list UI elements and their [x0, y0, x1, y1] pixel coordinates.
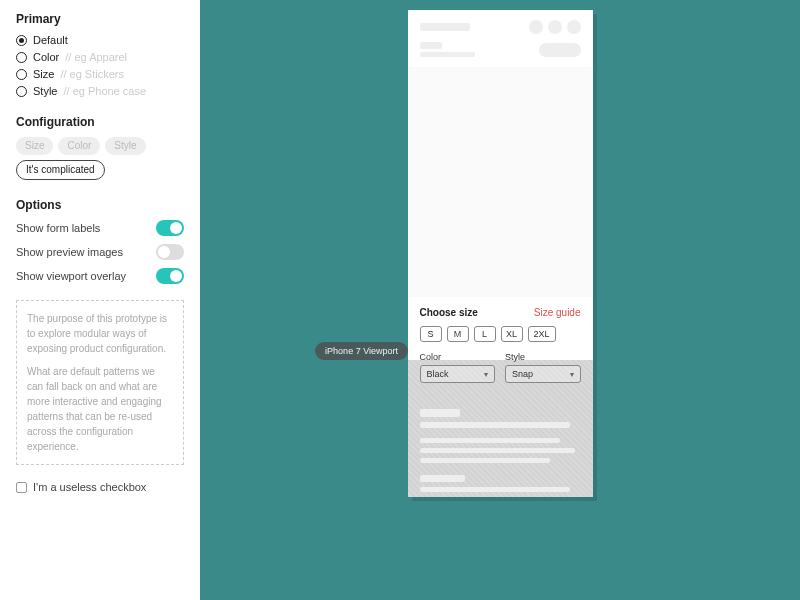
configuration-chips: Size Color Style It's complicated [16, 137, 184, 180]
viewport-tooltip: iPhone 7 Viewport [315, 342, 408, 360]
radio-style[interactable]: Style // eg Phone case [16, 85, 184, 97]
device-subheader [408, 42, 593, 67]
chip-complicated[interactable]: It's complicated [16, 160, 105, 180]
sidebar: Primary Default Color // eg Apparel Size… [0, 0, 200, 600]
radio-icon [16, 69, 27, 80]
size-s[interactable]: S [420, 326, 442, 342]
skeleton-avatar-icon [529, 20, 543, 34]
toggle-form-labels-row: Show form labels [16, 220, 184, 236]
toggle-form-labels[interactable] [156, 220, 184, 236]
radio-default[interactable]: Default [16, 34, 184, 46]
size-2xl[interactable]: 2XL [528, 326, 556, 342]
chip-size[interactable]: Size [16, 137, 53, 155]
device-image-area [408, 67, 593, 297]
style-label: Style [505, 352, 581, 362]
toggle-viewport-overlay-row: Show viewport overlay [16, 268, 184, 284]
options-group: Show form labels Show preview images Sho… [16, 220, 184, 284]
toggle-viewport-overlay[interactable] [156, 268, 184, 284]
device-footer [408, 393, 593, 492]
chevron-down-icon: ▾ [484, 370, 488, 379]
skeleton-text [420, 487, 570, 492]
radio-icon [16, 52, 27, 63]
size-buttons: S M L XL 2XL [420, 326, 581, 342]
config-panel: Choose size Size guide S M L XL 2XL Colo… [408, 297, 593, 393]
skeleton-logo [420, 23, 470, 31]
size-guide-link[interactable]: Size guide [534, 307, 581, 318]
options-title: Options [16, 198, 184, 212]
skeleton-avatar-icon [567, 20, 581, 34]
checkbox-icon [16, 482, 27, 493]
skeleton-text [420, 409, 460, 417]
radio-icon [16, 35, 27, 46]
size-l[interactable]: L [474, 326, 496, 342]
color-label: Color [420, 352, 496, 362]
primary-title: Primary [16, 12, 184, 26]
useless-checkbox-row[interactable]: I'm a useless checkbox [16, 481, 184, 493]
chip-style[interactable]: Style [105, 137, 145, 155]
skeleton-text [420, 438, 560, 443]
radio-size[interactable]: Size // eg Stickers [16, 68, 184, 80]
chip-color[interactable]: Color [58, 137, 100, 155]
chevron-down-icon: ▾ [570, 370, 574, 379]
choose-size-label: Choose size [420, 307, 478, 318]
skeleton-avatar-icon [548, 20, 562, 34]
skeleton-text [420, 458, 550, 463]
configuration-title: Configuration [16, 115, 184, 129]
style-select[interactable]: Snap ▾ [505, 365, 581, 383]
device-frame: Choose size Size guide S M L XL 2XL Colo… [408, 10, 593, 497]
skeleton-text [420, 422, 570, 428]
skeleton-text [420, 475, 465, 482]
note-box: The purpose of this prototype is to expl… [16, 300, 184, 465]
toggle-preview-images-row: Show preview images [16, 244, 184, 260]
radio-icon [16, 86, 27, 97]
color-select[interactable]: Black ▾ [420, 365, 496, 383]
skeleton-pill [539, 43, 581, 57]
size-xl[interactable]: XL [501, 326, 523, 342]
toggle-preview-images[interactable] [156, 244, 184, 260]
skeleton-text [420, 448, 575, 453]
canvas: iPhone 7 Viewport Choose size Size guide [200, 0, 800, 600]
radio-color[interactable]: Color // eg Apparel [16, 51, 184, 63]
skeleton-text [420, 52, 475, 57]
skeleton-text [420, 42, 442, 49]
device-header [408, 10, 593, 42]
primary-radio-group: Default Color // eg Apparel Size // eg S… [16, 34, 184, 97]
size-m[interactable]: M [447, 326, 469, 342]
